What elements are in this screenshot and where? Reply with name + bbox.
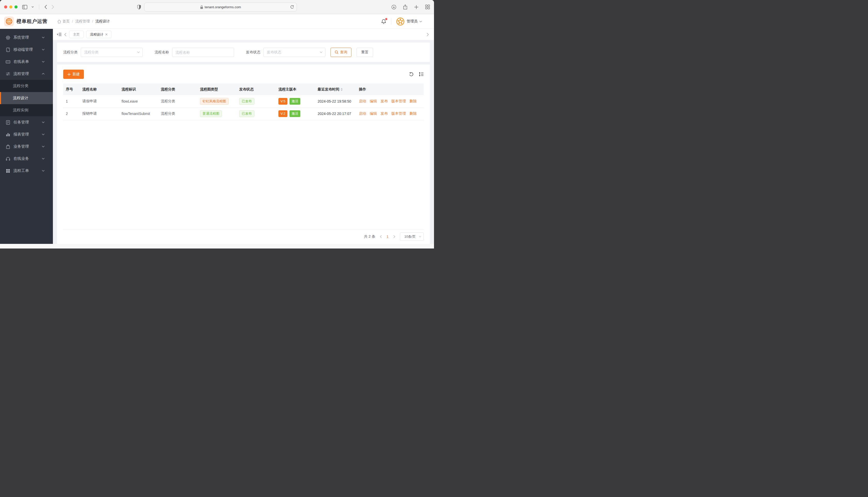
col-publish-time[interactable]: 最近发布时间 xyxy=(315,84,356,95)
col-index: 序号 xyxy=(63,84,80,95)
sidebar-item-online-form[interactable]: 在线表单 xyxy=(0,56,53,68)
action-edit-link[interactable]: 编辑 xyxy=(370,99,377,103)
action-delete-link[interactable]: 删除 xyxy=(410,111,417,115)
table-header-row: 序号 流程名称 流程标识 流程分类 流程图类型 发布状态 流程主版本 xyxy=(63,84,424,95)
table-row: 2 报销申请 flowTenantSubmit 流程分类 普通流程图 已发布 V… xyxy=(63,108,424,120)
collapse-menu-icon[interactable] xyxy=(57,32,62,37)
window-bottom-strip xyxy=(0,244,434,248)
notification-bell-icon[interactable] xyxy=(381,19,386,24)
tab-scroll-left-icon[interactable] xyxy=(64,33,67,36)
back-button[interactable] xyxy=(44,5,47,9)
sort-carets-icon[interactable] xyxy=(341,88,343,91)
filter-status-select[interactable]: 发布状态 xyxy=(263,48,325,57)
app-header: 橙单租户运营 首页 / 流程管理 / 流程设计 xyxy=(0,14,434,29)
tab-home[interactable]: 主页 xyxy=(69,31,84,38)
tab-flow-design[interactable]: 流程设计 xyxy=(86,31,111,38)
filter-category-select[interactable]: 流程分类 xyxy=(81,48,143,57)
form-icon xyxy=(6,59,10,64)
chevron-down-icon xyxy=(42,122,48,123)
address-bar[interactable]: tenant.orangeforms.com xyxy=(144,3,297,12)
tab-overview-icon[interactable] xyxy=(425,5,430,9)
cell-flow-category: 流程分类 xyxy=(158,95,197,108)
browser-window: tenant.orangeforms.com xyxy=(0,0,434,248)
sidebar-item-business[interactable]: 业务管理 xyxy=(0,141,53,153)
publish-status-tag: 已发布 xyxy=(239,98,254,105)
pagination-total: 共 2 条 xyxy=(364,234,375,239)
query-button[interactable]: 查询 xyxy=(331,48,352,57)
forward-button[interactable] xyxy=(51,5,54,9)
table-panel: 新建 xyxy=(57,65,430,244)
chevron-down-icon xyxy=(137,51,140,53)
breadcrumb-separator: / xyxy=(72,19,73,24)
refresh-icon[interactable] xyxy=(409,72,414,76)
sidebar-dropdown-chevron-icon[interactable] xyxy=(31,6,34,8)
action-version-link[interactable]: 版本管理 xyxy=(391,111,406,115)
filter-category-label: 流程分类 xyxy=(63,50,78,55)
next-page-icon[interactable] xyxy=(393,235,395,238)
close-window-button[interactable] xyxy=(4,5,7,9)
new-tab-icon[interactable] xyxy=(414,5,418,9)
sidebar-toggle-icon[interactable] xyxy=(22,5,27,9)
avatar[interactable] xyxy=(396,17,404,26)
user-menu-chevron-icon[interactable] xyxy=(419,20,422,23)
action-start-link[interactable]: 启动 xyxy=(359,99,366,103)
app-logo xyxy=(4,16,14,26)
page-size-select[interactable]: 10条/页 xyxy=(400,232,424,241)
reload-icon[interactable] xyxy=(290,5,294,9)
downloads-icon[interactable] xyxy=(391,5,396,10)
action-publish-link[interactable]: 发布 xyxy=(381,99,388,103)
cell-flow-key: flowLeave xyxy=(119,95,158,108)
sidebar-item-flow-management[interactable]: 流程管理 xyxy=(0,68,53,80)
share-icon[interactable] xyxy=(403,4,408,10)
chevron-down-icon xyxy=(320,51,322,53)
sidebar-item-report[interactable]: 报表管理 xyxy=(0,128,53,141)
cell-publish-time: 2024-05-22 20:17:07 xyxy=(315,108,356,120)
breadcrumb-section[interactable]: 流程管理 xyxy=(75,19,90,24)
action-edit-link[interactable]: 编辑 xyxy=(370,111,377,115)
minimize-window-button[interactable] xyxy=(9,5,12,9)
user-name[interactable]: 管理员 xyxy=(407,19,417,24)
grid-icon xyxy=(6,169,10,173)
action-version-link[interactable]: 版本管理 xyxy=(391,99,406,103)
action-delete-link[interactable]: 删除 xyxy=(410,99,417,103)
sidebar-item-online-business[interactable]: 在线业务 xyxy=(0,153,53,165)
chevron-down-icon xyxy=(42,170,48,172)
filter-name-input[interactable] xyxy=(172,48,234,57)
main-area: 主页 流程设计 流程分类 xyxy=(53,29,434,244)
chevron-down-icon xyxy=(42,158,48,159)
tasks-icon xyxy=(6,120,10,125)
active-badge: 激活 xyxy=(290,110,300,117)
action-publish-link[interactable]: 发布 xyxy=(381,111,388,115)
sidebar-item-task[interactable]: 任务管理 xyxy=(0,116,53,128)
col-flow-key: 流程标识 xyxy=(119,84,158,95)
action-start-link[interactable]: 启动 xyxy=(359,111,366,115)
reset-button[interactable]: 重置 xyxy=(357,48,373,57)
sidebar-item-flow-instance[interactable]: 流程实例 xyxy=(0,104,53,116)
col-main-version: 流程主版本 xyxy=(276,84,315,95)
zoom-window-button[interactable] xyxy=(14,5,17,9)
create-button[interactable]: 新建 xyxy=(63,70,84,79)
window-controls xyxy=(4,5,17,9)
filter-name-label: 流程名称 xyxy=(154,50,169,55)
sidebar-item-mobile[interactable]: 移动端管理 xyxy=(0,44,53,56)
page-number[interactable]: 1 xyxy=(387,235,389,239)
diagram-type-tag: 普通流程图 xyxy=(200,110,222,117)
close-tab-icon[interactable] xyxy=(105,33,108,36)
chrome-divider xyxy=(39,4,39,10)
active-badge: 激活 xyxy=(290,98,300,105)
sidebar-item-flow-category[interactable]: 流程分类 xyxy=(0,80,53,92)
table-row: 1 请假申请 flowLeave 流程分类 钉钉风格流程图 已发布 V:5激活 xyxy=(63,95,424,108)
col-flow-category: 流程分类 xyxy=(158,84,197,95)
row-density-icon[interactable] xyxy=(419,72,424,76)
prev-page-icon[interactable] xyxy=(380,235,382,238)
sidebar-item-system[interactable]: 系统管理 xyxy=(0,31,53,44)
publish-status-tag: 已发布 xyxy=(239,110,254,117)
chevron-down-icon xyxy=(42,146,48,147)
chevron-down-icon xyxy=(42,133,48,135)
breadcrumb-home[interactable]: 首页 xyxy=(57,19,70,24)
headset-icon xyxy=(6,156,10,161)
sidebar-item-flow-design[interactable]: 流程设计 xyxy=(0,92,53,104)
tab-scroll-right-icon[interactable] xyxy=(427,33,429,36)
privacy-shield-icon[interactable] xyxy=(137,5,141,10)
sidebar-item-flow-workorder[interactable]: 流程工单 xyxy=(0,165,53,177)
